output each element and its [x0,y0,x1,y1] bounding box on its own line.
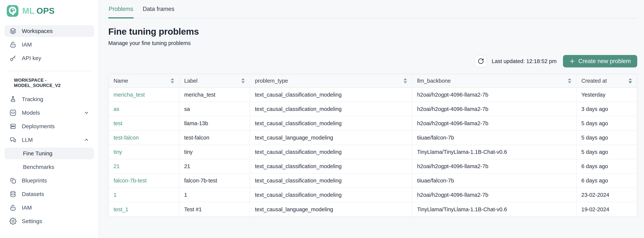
workspace-section-label: WORKSPACE - MODEL_SOURCE_V2 [9,78,90,88]
sidebar-item-deployments[interactable]: Deployments [4,121,94,132]
problems-table: Name Label problem_type llm_backbon [108,74,637,217]
sidebar-item-label: IAM [22,41,32,48]
sidebar-item-api-key[interactable]: API key [4,52,94,64]
problem-name-link[interactable]: 1 [109,188,179,202]
cell-created-at: 5 days ago [576,116,637,131]
problem-name-link[interactable]: falcon-7b-test [109,174,179,188]
sidebar-item-label: Datasets [22,191,44,197]
cell-label: tiny [179,145,250,159]
database-icon [10,191,16,198]
sidebar-item-tracking[interactable]: Tracking [4,93,94,105]
cell-label: falcon-7b-test [179,174,250,188]
column-header-label[interactable]: Label [179,74,250,88]
sort-icon-active-desc[interactable] [628,78,632,83]
lock-icon [10,204,16,211]
create-button-label: Create new problem [578,58,631,65]
key-icon [10,55,16,62]
sidebar-nav: Workspaces IAM API key WORKSPACE - MODEL… [0,25,98,227]
tab-data-frames[interactable]: Data frames [142,5,175,18]
sidebar-item-label: Workspaces [22,28,53,34]
last-updated-text: Last updated: 12:18:52 pm [492,58,556,64]
servers-icon [10,123,16,130]
sort-icon[interactable] [171,78,174,83]
column-header-problem-type[interactable]: problem_type [250,74,412,88]
sidebar-item-label: Settings [22,218,42,224]
sidebar-item-llm[interactable]: LLM [4,134,94,146]
problem-name-link[interactable]: mericha_test [109,88,179,102]
problem-name-link[interactable]: 21 [109,159,179,174]
problem-name-link[interactable]: test-falcon [109,131,179,145]
column-label: Created at [582,78,607,84]
sidebar-item-blueprints[interactable]: Blueprints [4,175,94,186]
cell-llm-backbone: h2oai/h2ogpt-4096-llama2-7b [412,102,576,116]
sidebar-item-iam-workspace[interactable]: IAM [4,202,94,213]
column-header-llm-backbone[interactable]: llm_backbone [412,74,576,88]
brand-ops: OPS [36,6,55,16]
column-label: Label [184,78,198,84]
cell-problem-type: text_causal_classification_modeling [250,102,412,116]
sort-icon[interactable] [241,78,245,83]
sort-icon[interactable] [568,78,571,83]
brand-ml: ML [22,6,34,16]
chat-bubbles-icon [10,136,16,144]
sidebar-item-iam[interactable]: IAM [4,39,94,50]
cell-llm-backbone: h2oai/h2ogpt-4096-llama2-7b [412,159,576,174]
unlock-icon [10,41,16,48]
cell-problem-type: text_causal_language_modeling [250,202,412,216]
cell-label: llama-13b [179,116,250,131]
column-header-created-at[interactable]: Created at [576,74,637,88]
cell-problem-type: text_causal_classification_modeling [250,159,412,174]
mlops-logo-icon [7,5,18,17]
sidebar-item-models[interactable]: Models [4,107,94,118]
create-new-problem-button[interactable]: Create new problem [563,55,637,67]
sidebar-item-settings[interactable]: Settings [4,215,94,227]
chevron-up-icon [84,137,89,143]
problems-table-container: Name Label problem_type llm_backbon [108,74,637,217]
problem-name-link[interactable]: tiny [109,145,179,159]
cell-problem-type: text_causal_classification_modeling [250,188,412,202]
cell-llm-backbone: tiiuae/falcon-7b [412,131,576,145]
sidebar-item-fine-tuning[interactable]: Fine Tuning [4,148,94,159]
table-row: as sa text_causal_classification_modelin… [109,102,637,116]
brand-logo[interactable]: ML OPS [0,4,98,18]
column-label: Name [114,78,128,84]
table-row: mericha_test mericha_test text_causal_cl… [109,88,637,102]
sidebar-item-label: Blueprints [22,177,47,184]
table-row: test llama-13b text_causal_classificatio… [109,116,637,131]
column-header-name[interactable]: Name [109,74,179,88]
table-row: tiny tiny text_causal_classification_mod… [109,145,637,159]
sidebar-item-datasets[interactable]: Datasets [4,188,94,200]
cell-label: Test #1 [179,202,250,216]
table-row: falcon-7b-test falcon-7b-test text_causa… [109,174,637,188]
table-header-row: Name Label problem_type llm_backbon [109,74,637,88]
sort-icon[interactable] [404,78,407,83]
refresh-button[interactable] [475,55,487,67]
sidebar-item-label: Models [22,109,40,116]
sidebar-item-label: IAM [22,204,32,211]
cell-llm-backbone: TinyLlama/TinyLlama-1.1B-Chat-v0.6 [412,202,576,216]
plus-icon [569,58,575,64]
tab-problems[interactable]: Problems [108,5,134,19]
cell-label: test-falcon [179,131,250,145]
sidebar-item-label: Benchmarks [23,164,54,170]
problem-name-link[interactable]: test_1 [109,202,179,216]
cell-problem-type: text_causal_language_modeling [250,131,412,145]
layers-icon [10,28,16,35]
copy-icon [10,177,16,184]
sidebar-item-label: API key [22,55,41,61]
cell-problem-type: text_causal_classification_modeling [250,88,412,102]
cell-created-at: 5 days ago [576,131,637,145]
toolbar: Last updated: 12:18:52 pm Create new pro… [108,55,637,67]
sidebar-item-benchmarks[interactable]: Benchmarks [4,161,94,173]
cell-llm-backbone: h2oai/h2ogpt-4096-llama2-7b [412,88,576,102]
cell-created-at: 19-02-2024 [576,202,637,216]
brand-wordmark: ML OPS [22,6,55,16]
problem-name-link[interactable]: test [109,116,179,131]
sidebar-item-label: LLM [22,137,33,143]
page-title: Fine tuning problems [108,26,637,37]
cell-label: 1 [179,188,250,202]
gear-icon [10,218,16,225]
sidebar-divider [7,71,92,71]
problem-name-link[interactable]: as [109,102,179,116]
sidebar-item-workspaces[interactable]: Workspaces [4,25,94,37]
